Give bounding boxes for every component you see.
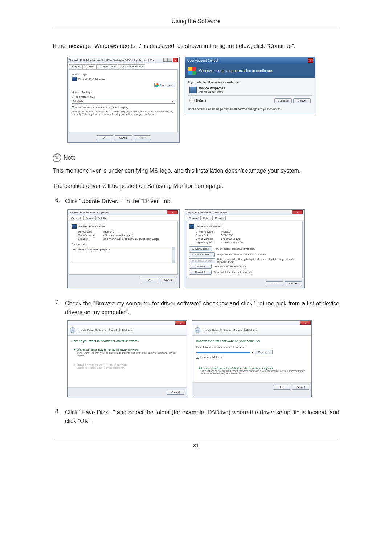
kv-key: Device type:	[78, 230, 103, 233]
details-toggle-icon[interactable]: ˅	[189, 98, 195, 103]
monitor-type-label: Monitor Type	[72, 73, 175, 76]
cancel-button[interactable]: Cancel	[167, 390, 184, 395]
uac-header: Windows needs your permission to contion…	[185, 64, 315, 78]
tab-adapter[interactable]: Adapter	[69, 64, 83, 69]
close-icon[interactable]: ×	[167, 210, 178, 214]
close-icon[interactable]: ×	[300, 321, 311, 325]
properties-general-dialog: Generic PnP Monitor Properties × General…	[67, 209, 180, 288]
close-icon[interactable]: ×	[308, 58, 313, 63]
rollback-driver-button[interactable]: Roll Back Driver	[189, 258, 215, 263]
btn-desc: To view details about the driver files.	[214, 247, 300, 250]
breadcrumb: Update Driver Software - Generic PnP Mon…	[78, 329, 134, 332]
hide-modes-checkbox[interactable]: ✓	[72, 106, 74, 109]
update-wizard-browse: × ← Update Driver Software - Generic PnP…	[192, 320, 312, 397]
note-text-1: This monitor driver is under certifying …	[53, 167, 339, 175]
titlebar: Generic PnP Monitor Properties ×	[185, 210, 304, 215]
wizard-question: How do you want to search for driver sof…	[71, 339, 183, 343]
properties-button[interactable]: Properties	[154, 83, 175, 87]
option-search-auto[interactable]: Search automatically for updated driver …	[71, 346, 183, 359]
disable-button[interactable]: Disable	[189, 264, 212, 269]
scrollbar[interactable]	[172, 247, 175, 263]
kv-val: 6.0.6000.16386	[221, 237, 240, 241]
refresh-rate-select[interactable]: 60 Hertz ▼	[72, 99, 175, 104]
properties-driver-dialog: Generic PnP Monitor Properties × General…	[185, 209, 305, 288]
option-title: Browse my computer for driver software	[73, 363, 181, 366]
chevron-down-icon: ▼	[171, 100, 174, 103]
kv-key: Driver Provider:	[196, 230, 221, 233]
tab-general[interactable]: General	[187, 216, 201, 220]
btn-desc: If the device fails after updating the d…	[217, 258, 300, 263]
kv-key: Digital Signer:	[196, 241, 221, 244]
next-button[interactable]: Next	[273, 385, 290, 390]
device-status-label: Device status	[72, 243, 175, 246]
kv-val: Monitors	[103, 230, 114, 233]
cancel-button[interactable]: Cancel	[160, 278, 177, 282]
option-sub: Windows will search your computer and th…	[73, 352, 181, 357]
tab-general[interactable]: General	[69, 216, 83, 220]
ok-button[interactable]: OK	[96, 135, 113, 140]
back-icon[interactable]: ←	[195, 327, 200, 333]
uac-headline: Windows needs your permission to contion…	[199, 69, 273, 73]
cancel-button[interactable]: Cancel	[292, 385, 309, 390]
step-text: Click "Update Driver..." in the "Driver"…	[65, 197, 339, 206]
close-icon[interactable]: ×	[173, 58, 178, 62]
tab-troubleshoot[interactable]: Troubleshoot	[97, 64, 117, 69]
update-driver-button[interactable]: Update Driver...	[189, 252, 215, 257]
step-text: Click "Have Disk..." and select the fold…	[65, 408, 339, 426]
tab-details[interactable]: Details	[213, 216, 226, 220]
uac-titlebar: User Account Control ×	[185, 57, 315, 64]
minimize-icon[interactable]	[163, 58, 168, 62]
include-subfolders-label: Include subfolders	[200, 356, 222, 359]
uac-if-started: If you started this action, continue.	[188, 81, 312, 84]
step-6: 6. Click "Update Driver..." in the "Driv…	[53, 197, 339, 206]
driver-details-button[interactable]: Driver Details	[189, 246, 212, 251]
tab-monitor[interactable]: Monitor	[83, 64, 97, 69]
close-icon[interactable]: ×	[292, 210, 303, 214]
ok-button[interactable]: OK	[141, 278, 158, 282]
tab-details[interactable]: Details	[95, 216, 108, 220]
close-icon[interactable]: ×	[175, 321, 186, 325]
kv-key: Driver Version:	[196, 237, 221, 241]
option-title: Search automatically for updated driver …	[73, 348, 181, 352]
kv-val: microsoft windows	[221, 241, 243, 244]
kv-val: 6/21/2006	[221, 234, 233, 237]
continue-button[interactable]: Continue	[274, 98, 292, 103]
monitor-properties-dialog: Generic PnP Monitor and NVIDIA GeForce 6…	[67, 57, 180, 143]
hide-modes-desc: Clearing this check box allows you to se…	[72, 110, 175, 115]
figure-2: Generic PnP Monitor Properties × General…	[67, 209, 339, 288]
maximize-icon[interactable]	[168, 58, 172, 62]
window-title: Generic PnP Monitor Properties	[69, 211, 110, 214]
uac-details[interactable]: Details	[196, 99, 206, 102]
device-status-box: This device is working properly.	[72, 247, 175, 263]
wizard-heading: Browse for driver software on your compu…	[196, 339, 308, 343]
cancel-button[interactable]: Cancel	[285, 281, 302, 286]
note-icon: ✎	[52, 153, 62, 162]
refresh-rate-value: 60 Hertz	[73, 100, 83, 103]
tab-color-management[interactable]: Color Management	[118, 64, 145, 69]
cancel-button[interactable]: Cancel	[293, 98, 311, 103]
path-input[interactable]	[196, 352, 250, 353]
option-browse[interactable]: Browse my computer for driver software L…	[71, 361, 183, 372]
apply-button[interactable]: Apply	[134, 135, 151, 140]
uac-app-name: Device Properties	[199, 86, 225, 90]
include-subfolders-checkbox[interactable]: ✓	[196, 356, 199, 359]
option-sub: Locate and install driver software manua…	[73, 366, 181, 369]
note-text-2: The certified driver will be posted on S…	[53, 182, 339, 190]
monitor-icon	[72, 77, 77, 81]
ok-button[interactable]: OK	[266, 281, 283, 286]
hide-modes-label: Hide modes that this monitor cannot disp…	[75, 106, 128, 109]
figure-1: Generic PnP Monitor and NVIDIA GeForce 6…	[67, 57, 339, 143]
cancel-button[interactable]: Cancel	[115, 135, 132, 140]
browse-button[interactable]: Browse...	[255, 350, 273, 354]
figure-3: × ← Update Driver Software - Generic PnP…	[67, 320, 339, 397]
page-number: 31	[53, 440, 339, 448]
tab-driver[interactable]: Driver	[201, 216, 213, 220]
back-icon[interactable]: ←	[70, 327, 75, 333]
tab-driver[interactable]: Driver	[83, 216, 95, 220]
window-title: Generic PnP Monitor and NVIDIA GeForce 6…	[69, 59, 156, 62]
uninstall-button[interactable]: Uninstall	[189, 270, 212, 275]
option-pick-from-list[interactable]: Let me pick from a list of device driver…	[196, 364, 308, 377]
window-title: Generic PnP Monitor Properties	[187, 211, 228, 214]
step-number: 7.	[53, 299, 60, 317]
btn-desc: To uninstall the driver (Advanced).	[214, 271, 300, 274]
